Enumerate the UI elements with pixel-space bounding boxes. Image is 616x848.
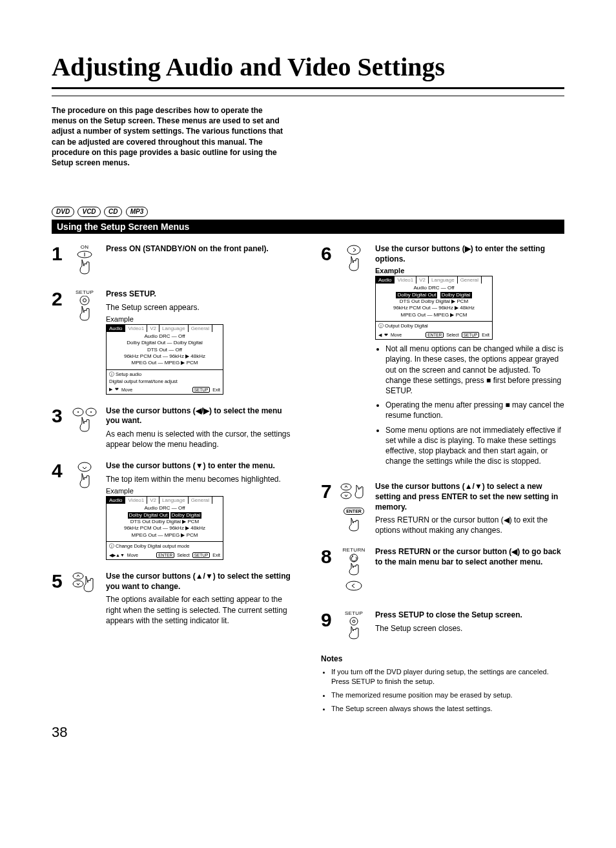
menu-line: Audio DRC — Off: [110, 333, 219, 340]
svg-point-11: [347, 245, 360, 254]
step-number: 2: [52, 289, 68, 395]
tab-video1: Video1: [125, 325, 147, 332]
foot-move: Move: [127, 553, 138, 557]
step-number: 4: [52, 461, 68, 560]
tab-language: Language: [159, 497, 189, 504]
note-item: Some menu options are not immediately ef…: [385, 425, 564, 467]
press-enter-icon: [344, 515, 364, 535]
page-title: Adjusting Audio and Video Settings: [52, 52, 564, 82]
badge-vcd: VCD: [77, 207, 100, 217]
note-item: The Setup screen always shows the latest…: [331, 704, 564, 714]
cursor-down-icon: [74, 462, 96, 491]
foot-exit: Exit: [212, 388, 220, 392]
setup-button-label: SETUP: [68, 289, 101, 295]
menu-line: MPEG Out — MPEG ▶ PCM: [110, 532, 219, 539]
step-number: 7: [321, 482, 338, 535]
example-label: Example: [106, 315, 295, 323]
cursor-updown-icon: [340, 482, 368, 502]
on-button-label: ON: [68, 244, 101, 250]
menu-line: MPEG Out — MPEG ▶ PCM: [380, 312, 488, 318]
menu-line: DTS Out Dolby Digital ▶ PCM: [380, 298, 488, 305]
note-item: Not all menu options can be changed whil…: [385, 344, 564, 396]
step-8: 8 RETURN Press RETURN or the cursor butt…: [321, 547, 564, 599]
step2-text: The Setup screen appears.: [106, 302, 295, 313]
svg-point-2: [80, 296, 89, 305]
step-2: 2 SETUP Press SETUP. The Setup screen ap…: [52, 289, 295, 395]
tab-general: General: [189, 325, 212, 332]
badge-cd: CD: [104, 207, 122, 217]
svg-point-8: [78, 462, 91, 471]
step3-text: As each menu is selected with the cursor…: [106, 429, 295, 450]
step3-head: Use the cursor buttons (◀/▶) to select t…: [106, 406, 295, 426]
menu-line: 96kHz PCM Out — 96kHz ▶ 48kHz: [110, 525, 219, 532]
foot-setup: SETUP: [462, 332, 480, 338]
svg-point-12: [341, 484, 351, 490]
tab-audio: Audio: [107, 325, 125, 332]
nav-arrows-icon: ◀▶▲▼: [109, 553, 125, 558]
cursor-left-icon: [343, 581, 365, 599]
foot-move: Move: [121, 388, 132, 392]
example-label: Example: [106, 487, 295, 495]
tab-language: Language: [429, 276, 458, 284]
menu-info: ⓘ Change Dolby Digital output mode: [109, 543, 220, 550]
menu-line-highlighted: Dolby Digital OutDolby Digital: [110, 512, 219, 519]
tab-general: General: [189, 497, 212, 504]
step5-text: The options available for each setting a…: [106, 594, 295, 626]
badge-dvd: DVD: [52, 207, 74, 217]
step-number: 9: [321, 610, 338, 643]
foot-select: Select: [177, 553, 189, 557]
note-item: The memorized resume position may be era…: [331, 690, 564, 700]
menu-line: Audio DRC — Off: [380, 285, 488, 291]
left-column: 1 ON Press ON (STANDBY/ON on the front p…: [52, 244, 295, 718]
step-number: 6: [321, 244, 338, 470]
intro-text: The procedure on this page describes how…: [52, 105, 284, 168]
notes-heading: Notes: [321, 654, 564, 663]
step-number: 5: [52, 572, 68, 626]
step-number: 8: [321, 547, 338, 599]
press-setup-icon: [74, 296, 96, 323]
menu-info: ⓘ Setup audio: [109, 371, 220, 378]
step7-text: Press RETURN or the cursor button (◀) to…: [375, 515, 564, 535]
menu-line: Audio DRC — Off: [110, 505, 219, 512]
tab-v2: V2: [416, 276, 429, 284]
menu-line: Dolby Digital Out — Dolby Digital: [110, 340, 219, 346]
step5-head: Use the cursor buttons (▲/▼) to select t…: [106, 572, 295, 592]
svg-point-16: [350, 617, 358, 625]
return-button-label: RETURN: [338, 547, 370, 553]
cursor-updown-icon: [72, 572, 98, 599]
tab-video1: Video1: [125, 497, 147, 504]
press-return-icon: [344, 553, 364, 578]
cursor-leftright-icon: [70, 407, 99, 435]
svg-point-5: [77, 411, 79, 413]
foot-move: Move: [391, 333, 402, 337]
tab-v2: V2: [147, 497, 159, 504]
thin-rule: [52, 96, 564, 96]
menu-info: Digital output format/tone adjust: [109, 378, 220, 384]
arrow-left-icon: ◀: [378, 333, 382, 338]
svg-point-13: [341, 492, 351, 499]
step9-text: The Setup screen closes.: [375, 623, 564, 634]
menu-line: 96kHz PCM Out — 96kHz ▶ 48kHz: [110, 353, 219, 360]
step-3: 3 Use the cursor buttons (◀/▶) to select…: [52, 406, 295, 450]
step7-head: Use the cursor buttons (▲/▼) to select a…: [375, 482, 564, 512]
step-9: 9 SETUP Press SETUP to close the Setup s…: [321, 610, 564, 643]
setup-button-label: SETUP: [338, 610, 370, 616]
step6-head: Use the cursor buttons (▶) to enter the …: [375, 244, 564, 264]
step4-text: The top item within the menu becomes hig…: [106, 474, 295, 484]
cursor-right-icon: [343, 245, 365, 274]
menu-line-highlighted: Dolby Digital Out Dolby Digital: [380, 292, 488, 298]
step-number: 1: [52, 244, 68, 278]
menu-info: ⓘ Output Dolby Digital: [378, 323, 489, 329]
tab-v2: V2: [147, 325, 159, 332]
arrow-right-icon: ▶: [109, 387, 112, 392]
foot-setup: SETUP: [192, 552, 210, 558]
menu-line: MPEG Out — MPEG ▶ PCM: [110, 360, 219, 366]
menu-line: DTS Out — Off: [110, 347, 219, 353]
press-setup-icon: [344, 617, 364, 643]
arrow-down-icon: ❤: [115, 387, 119, 392]
step6-notes: Not all menu options can be changed whil…: [375, 344, 564, 466]
step4-head: Use the cursor buttons (▼) to enter the …: [106, 461, 295, 471]
step-5: 5 Use the cursor buttons (▲/▼) to select…: [52, 572, 295, 626]
title-rule: [52, 87, 564, 89]
step-number: 3: [52, 406, 68, 450]
